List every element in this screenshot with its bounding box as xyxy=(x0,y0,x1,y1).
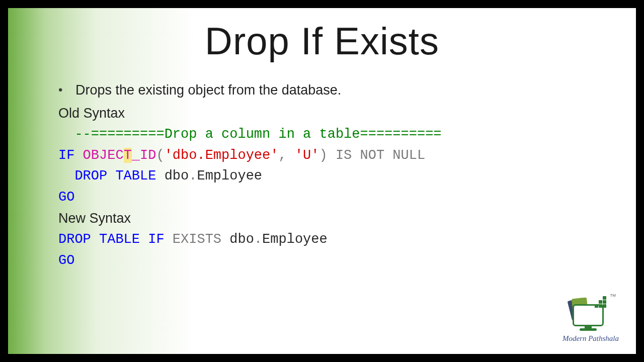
slide-frame: Drop If Exists • Drops the existing obje… xyxy=(0,0,644,362)
code-go-2: GO xyxy=(58,253,74,268)
code-exists: EXISTS xyxy=(165,232,221,247)
code-objectid-2: _ID xyxy=(132,148,156,163)
code-comma: , xyxy=(278,148,294,163)
old-syntax-label: Old Syntax xyxy=(58,103,606,124)
code-new-employee: Employee xyxy=(262,232,328,247)
code-block-new: DROP TABLE IF EXISTS dbo.Employee GO xyxy=(58,229,606,272)
code-employee: Employee xyxy=(197,168,262,184)
brand-name: Modern Pathshala xyxy=(562,334,619,343)
code-new-dbo: dbo xyxy=(221,232,254,247)
slide-content: • Drops the existing object from the dat… xyxy=(38,80,606,272)
code-comment-text: Drop a column in a table xyxy=(165,127,360,142)
trademark-label: TM xyxy=(610,293,616,298)
code-new-dot: . xyxy=(254,232,262,247)
new-syntax-label: New Syntax xyxy=(58,208,606,229)
brand-logo: TM Modern Pathshala xyxy=(562,295,619,343)
code-go-1: GO xyxy=(58,190,74,205)
code-paren-open: ( xyxy=(156,148,164,163)
bullet-item: • Drops the existing object from the dat… xyxy=(58,80,606,101)
code-is-not-null: IS NOT NULL xyxy=(328,148,425,163)
code-block-old: --=========Drop a column in a table=====… xyxy=(58,124,606,208)
code-new-drop: DROP TABLE IF xyxy=(58,232,165,247)
code-dbo: dbo xyxy=(156,168,189,184)
code-if: IF xyxy=(58,148,74,163)
logo-mark: TM xyxy=(568,295,614,332)
code-dot: . xyxy=(189,168,197,184)
code-string-1: 'dbo.Employee' xyxy=(165,148,279,163)
slide: Drop If Exists • Drops the existing obje… xyxy=(8,8,636,354)
text-cursor-icon: T xyxy=(124,145,132,166)
code-comment-suffix: ========== xyxy=(360,127,442,142)
code-string-2: 'U' xyxy=(295,148,319,163)
monitor-base-icon xyxy=(580,328,597,331)
code-comment-prefix: --========= xyxy=(74,127,164,142)
code-paren-close: ) xyxy=(319,148,328,163)
code-objectid-1: OBJEC xyxy=(83,148,124,163)
pixel-icon xyxy=(595,296,610,311)
code-drop-table: DROP TABLE xyxy=(74,168,156,184)
bullet-text: Drops the existing object from the datab… xyxy=(75,80,341,101)
slide-title: Drop If Exists xyxy=(38,19,606,63)
bullet-marker: • xyxy=(58,80,75,101)
